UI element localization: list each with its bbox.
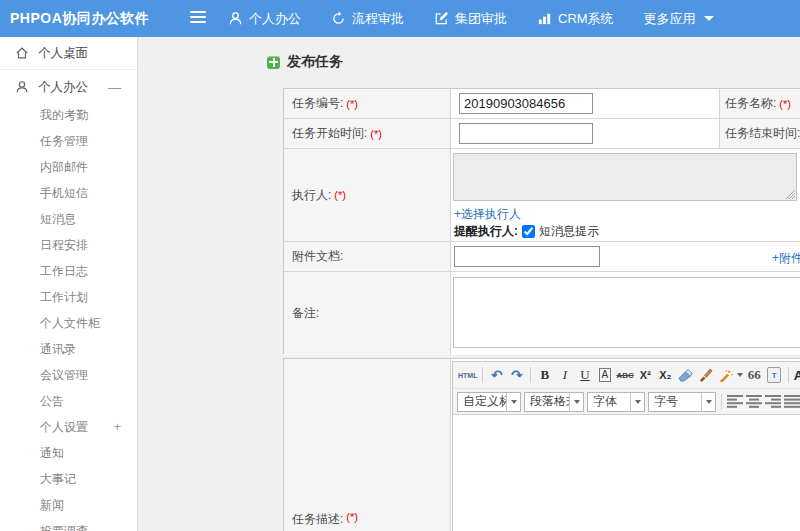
attachment-input[interactable]	[454, 246, 600, 267]
font-color-button[interactable]: A	[794, 365, 800, 385]
remark-label: 备注:	[292, 305, 319, 322]
add-task-icon	[267, 56, 280, 69]
sidebar-item-work-plan[interactable]: 工作计划	[0, 284, 137, 310]
sidebar-item-file-cabinet[interactable]: 个人文件柜	[0, 310, 137, 336]
nav-label: 流程审批	[352, 10, 404, 28]
top-navigation: 个人办公 流程审批 集团审批 CRM系统 更多应用	[228, 0, 714, 37]
nav-group-approval[interactable]: 集团审批	[434, 10, 507, 28]
sidebar-item-partial[interactable]: 投票调查	[0, 518, 137, 531]
form-row-executor: 执行人: (*) +选择执行人 提醒执行人: 短消息提示	[284, 149, 800, 242]
executor-textarea[interactable]	[453, 153, 797, 201]
remove-format-icon[interactable]	[677, 365, 694, 385]
paragraph-format-select[interactable]: 段落格式	[524, 392, 584, 412]
executor-label: 执行人:	[292, 187, 331, 204]
nav-personal-office[interactable]: 个人办公	[228, 10, 301, 28]
sidebar-item-short-message[interactable]: 短消息	[0, 206, 137, 232]
subscript-button[interactable]: X₂	[657, 365, 674, 385]
sidebar-item-personal-office[interactable]: 个人办公 —	[0, 72, 137, 102]
task-description-block: 任务描述: (*) HTML ↶ ↷ B I U A ABC X² X₂	[283, 358, 800, 531]
sidebar-item-personal-settings[interactable]: 个人设置 +	[0, 414, 137, 440]
nav-label: CRM系统	[558, 10, 614, 28]
sidebar-item-notification[interactable]: 通知	[0, 440, 137, 466]
nav-more-apps[interactable]: 更多应用	[644, 10, 714, 28]
required-mark: (*)	[370, 128, 382, 140]
task-name-label: 任务名称:	[725, 95, 776, 112]
collapse-icon[interactable]: —	[108, 80, 121, 95]
remind-executor-row: 提醒执行人: 短消息提示	[454, 223, 599, 240]
italic-button[interactable]: I	[556, 365, 573, 385]
quick-format-icon[interactable]	[717, 365, 734, 385]
resize-handle[interactable]	[786, 190, 795, 199]
sidebar-item-label: 个人桌面	[38, 45, 88, 62]
remark-textarea[interactable]	[453, 277, 800, 348]
sidebar-item-work-log[interactable]: 工作日志	[0, 258, 137, 284]
remark-label-cell: 备注:	[284, 272, 451, 355]
menu-toggle-icon[interactable]	[190, 11, 206, 25]
sidebar-item-desktop[interactable]: 个人桌面	[0, 37, 137, 70]
choose-executor-link[interactable]: +选择执行人	[454, 206, 521, 223]
sidebar-item-internal-mail[interactable]: 内部邮件	[0, 154, 137, 180]
sidebar-item-task-management[interactable]: 任务管理	[0, 128, 137, 154]
executor-field-cell: +选择执行人 提醒执行人: 短消息提示	[451, 149, 800, 241]
align-right-icon[interactable]	[765, 395, 781, 408]
font-family-select[interactable]: 字体	[587, 392, 645, 412]
task-no-label-cell: 任务编号: (*)	[284, 89, 451, 118]
paste-text-icon[interactable]: T	[766, 365, 783, 385]
sidebar-item-attendance[interactable]: 我的考勤	[0, 102, 137, 128]
attachment-upload-link[interactable]: +附件上传	[772, 250, 800, 267]
undo-icon[interactable]: ↶	[488, 365, 505, 385]
sidebar-item-schedule[interactable]: 日程安排	[0, 232, 137, 258]
strikethrough-button[interactable]: ABC	[616, 365, 633, 385]
nav-process-approval[interactable]: 流程审批	[331, 10, 404, 28]
sidebar-item-news[interactable]: 新闻	[0, 492, 137, 518]
font-size-select[interactable]: 字号	[648, 392, 716, 412]
toolbar-separator	[530, 367, 531, 383]
sidebar-item-mobile-sms[interactable]: 手机短信	[0, 180, 137, 206]
page-title: 发布任务	[287, 53, 343, 71]
task-no-label: 任务编号:	[292, 95, 343, 112]
required-mark: (*)	[779, 98, 791, 110]
blockquote-button[interactable]: 66	[746, 365, 763, 385]
start-time-input[interactable]	[459, 123, 593, 144]
form-row-attachment: 附件文档: +附件上传	[284, 242, 800, 272]
sidebar-item-label: 个人设置	[40, 420, 88, 434]
end-time-label: 任务结束时间:	[725, 125, 800, 142]
align-left-icon[interactable]	[727, 395, 743, 408]
rich-text-editor: HTML ↶ ↷ B I U A ABC X² X₂	[452, 361, 800, 531]
font-style-button[interactable]: A	[596, 365, 613, 385]
source-code-button[interactable]: HTML	[458, 365, 477, 385]
end-time-label-cell: 任务结束时间: (*)	[719, 119, 800, 148]
attachment-field-cell: +附件上传	[451, 242, 800, 271]
remark-field-cell	[451, 272, 800, 355]
align-center-icon[interactable]	[746, 395, 762, 408]
app-window: PHPOA协同办公软件 个人办公 流程审批 集团审批	[0, 0, 800, 531]
sidebar-item-announcement[interactable]: 公告	[0, 388, 137, 414]
expand-icon[interactable]: +	[113, 414, 121, 440]
format-brush-icon[interactable]	[697, 365, 714, 385]
nav-crm-system[interactable]: CRM系统	[537, 10, 614, 28]
executor-label-cell: 执行人: (*)	[284, 149, 451, 241]
task-no-input[interactable]	[459, 93, 593, 114]
editor-toolbar-row2: 自定义标题 段落格式 字体 字号	[453, 389, 800, 415]
user-icon	[228, 11, 243, 26]
sms-remind-checkbox[interactable]	[522, 225, 535, 238]
underline-button[interactable]: U	[576, 365, 593, 385]
heading-select[interactable]: 自定义标题	[457, 392, 521, 412]
bold-button[interactable]: B	[536, 365, 553, 385]
sidebar-item-events[interactable]: 大事记	[0, 466, 137, 492]
topbar: PHPOA协同办公软件 个人办公 流程审批 集团审批	[0, 0, 800, 37]
align-justify-icon[interactable]	[784, 395, 800, 408]
task-no-field-cell	[451, 89, 719, 118]
superscript-button[interactable]: X²	[637, 365, 654, 385]
page-header: 发布任务	[267, 53, 343, 71]
sidebar-item-meeting[interactable]: 会议管理	[0, 362, 137, 388]
sidebar-item-contacts[interactable]: 通讯录	[0, 336, 137, 362]
required-mark: (*)	[334, 189, 346, 201]
form-row-task-no: 任务编号: (*) 任务名称: (*)	[284, 89, 800, 119]
toolbar-separator	[788, 367, 789, 383]
editor-content-area[interactable]	[453, 415, 800, 531]
sidebar-item-label: 个人办公	[38, 79, 88, 96]
caret-down-icon[interactable]	[737, 373, 743, 377]
redo-icon[interactable]: ↷	[508, 365, 525, 385]
toolbar-separator	[721, 394, 722, 410]
